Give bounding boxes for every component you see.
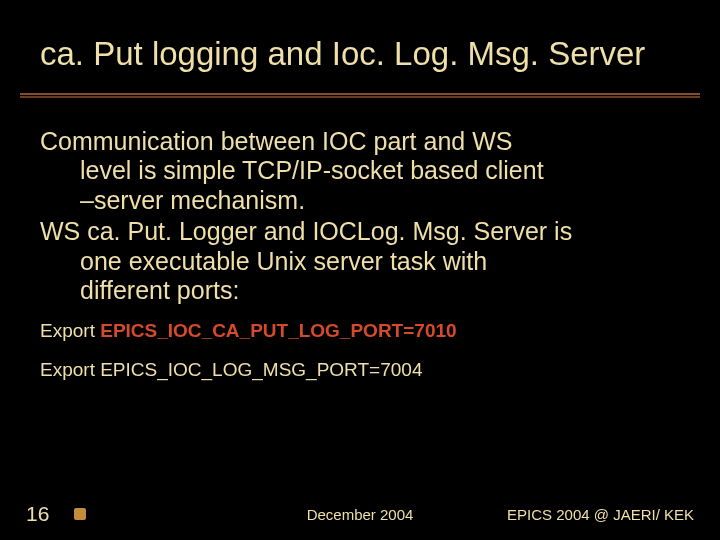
page-number: 16	[26, 502, 49, 526]
footer-date: December 2004	[307, 506, 414, 523]
body-block: Communication between IOC part and WS le…	[0, 97, 720, 306]
export-line-1: Export EPICS_IOC_CA_PUT_LOG_PORT=7010	[40, 320, 680, 343]
export-line-2: Export EPICS_IOC_LOG_MSG_PORT=7004	[40, 359, 680, 382]
para1-line2: level is simple TCP/IP-socket based clie…	[40, 156, 680, 186]
para2-line1: WS ca. Put. Logger and IOCLog. Msg. Serv…	[40, 217, 572, 245]
paragraph-1: Communication between IOC part and WS le…	[40, 127, 680, 216]
footer-left: 16	[26, 502, 86, 526]
paragraph-2: WS ca. Put. Logger and IOCLog. Msg. Serv…	[40, 217, 680, 306]
export1-value: EPICS_IOC_CA_PUT_LOG_PORT=7010	[100, 320, 456, 341]
export2-full: Export EPICS_IOC_LOG_MSG_PORT=7004	[40, 359, 422, 380]
horizontal-rule	[20, 93, 700, 97]
footer-venue: EPICS 2004 @ JAERI/ KEK	[507, 506, 694, 523]
export-block: Export EPICS_IOC_CA_PUT_LOG_PORT=7010 Ex…	[0, 308, 720, 382]
para2-line3: different ports:	[40, 276, 680, 306]
rule-top	[20, 93, 700, 95]
rule-bottom	[20, 96, 700, 98]
para2-line2: one executable Unix server task with	[40, 247, 680, 277]
slide: ca. Put logging and Ioc. Log. Msg. Serve…	[0, 0, 720, 540]
slide-title: ca. Put logging and Ioc. Log. Msg. Serve…	[40, 35, 690, 73]
para1-line3: –server mechanism.	[40, 186, 680, 216]
para1-line1: Communication between IOC part and WS	[40, 127, 512, 155]
title-block: ca. Put logging and Ioc. Log. Msg. Serve…	[0, 0, 720, 83]
footer: 16 December 2004 EPICS 2004 @ JAERI/ KEK	[0, 502, 720, 526]
bullet-icon	[74, 508, 86, 520]
export1-prefix: Export	[40, 320, 100, 341]
